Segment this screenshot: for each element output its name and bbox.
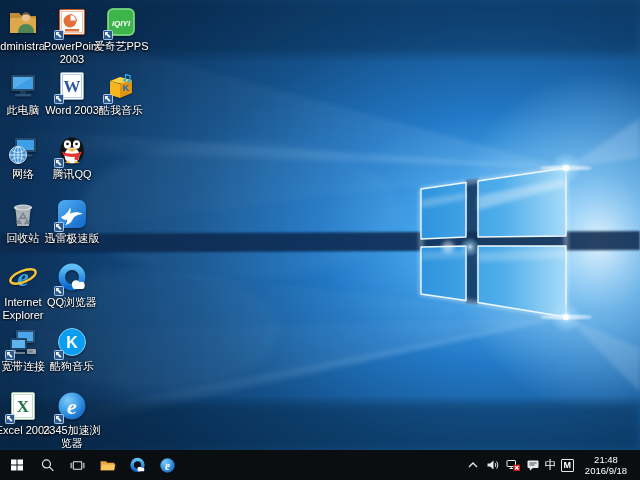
user-folder-icon [7,6,39,38]
desktop-icon-label: QQ浏览器 [42,296,102,309]
clock-time: 21:48 [581,454,631,465]
clock-date: 2016/9/18 [581,465,631,476]
task-view-button[interactable] [62,450,92,480]
svg-text:iQIYI: iQIYI [112,19,131,28]
desktop-icon-label: 腾讯QQ [42,168,102,181]
message-icon[interactable] [525,457,541,473]
this-pc-icon [7,70,39,102]
network-icon [7,134,39,166]
taskbar-clock[interactable]: 21:48 2016/9/18 [577,454,636,476]
qq-browser-button[interactable] [122,450,152,480]
svg-text:e: e [164,459,169,472]
desktop-icon-browser-2345[interactable]: e2345加速浏览器 [42,390,102,449]
iqiyi-icon: iQIYI [105,6,137,38]
browser-2345-icon: e [159,457,176,474]
desktop-icon-label: 酷我音乐 [91,104,151,117]
shortcut-arrow-icon [103,94,113,104]
recycle-bin-icon [7,198,39,230]
browser-2345-button[interactable]: e [152,450,182,480]
shortcut-arrow-icon [5,414,15,424]
svg-text:K: K [66,334,78,351]
volume-icon[interactable] [485,457,501,473]
shortcut-arrow-icon [54,414,64,424]
system-tray: 中 M 21:48 2016/9/18 [465,450,640,480]
powerpoint-icon [56,6,88,38]
windows-desktop-screen: Administra...PowerPoint 2003iQIYI爱奇艺PPS此… [0,0,640,480]
qq-penguin-icon [56,134,88,166]
desktop-icon-tencent-qq[interactable]: 腾讯QQ [42,134,102,181]
desktop-icon-label: 迅雷极速版 [42,232,102,245]
shortcut-arrow-icon [103,30,113,40]
shortcut-arrow-icon [54,222,64,232]
desktop-icon-kuwo-music[interactable]: K酷我音乐 [91,70,151,117]
svg-text:e: e [67,394,77,419]
file-explorer-icon [99,457,116,474]
start-icon [9,457,25,473]
search-icon [39,457,56,474]
qq-browser-icon [56,262,88,294]
network-disconnected-icon[interactable] [505,457,521,473]
word-icon: W [56,70,88,102]
svg-text:e: e [17,263,29,292]
ie-icon: e [7,262,39,294]
excel-icon: X [7,390,39,422]
file-explorer-button[interactable] [92,450,122,480]
shortcut-arrow-icon [54,94,64,104]
qq-browser-icon [129,457,146,474]
task-view-icon [69,457,86,474]
start-button[interactable] [2,450,32,480]
kugou-icon: K [56,326,88,358]
shortcut-arrow-icon [54,286,64,296]
kuwo-music-icon: K [105,70,137,102]
broadband-icon [7,326,39,358]
shortcut-arrow-icon [54,158,64,168]
shortcut-arrow-icon [54,350,64,360]
browser-2345-icon: e [56,390,88,422]
shortcut-arrow-icon [54,30,64,40]
desktop-icon-label: 酷狗音乐 [42,360,102,373]
desktop-icon-xunlei[interactable]: 迅雷极速版 [42,198,102,245]
desktop-icon-iqiyi-pps[interactable]: iQIYI爱奇艺PPS [91,6,151,53]
ime-language-indicator[interactable]: M [561,459,575,472]
desktop-icon-grid: Administra...PowerPoint 2003iQIYI爱奇艺PPS此… [0,0,640,450]
desktop-icon-label: 2345加速浏览器 [42,424,102,449]
svg-text:K: K [123,83,130,93]
svg-text:X: X [17,397,30,416]
search-button[interactable] [32,450,62,480]
xunlei-icon [56,198,88,230]
shortcut-arrow-icon [5,350,15,360]
taskbar: e 中 M 21:48 2016/9/18 [0,450,640,480]
desktop-icon-qq-browser[interactable]: QQ浏览器 [42,262,102,309]
chevron-up-icon[interactable] [465,457,481,473]
taskbar-buttons: e [0,450,182,480]
desktop-icon-label: 爱奇艺PPS [91,40,151,53]
desktop[interactable]: Administra...PowerPoint 2003iQIYI爱奇艺PPS此… [0,0,640,450]
tray-icons [465,457,541,473]
ime-mode-indicator[interactable]: 中 [544,457,558,473]
desktop-icon-kugou-music[interactable]: K酷狗音乐 [42,326,102,373]
svg-text:W: W [64,77,81,96]
